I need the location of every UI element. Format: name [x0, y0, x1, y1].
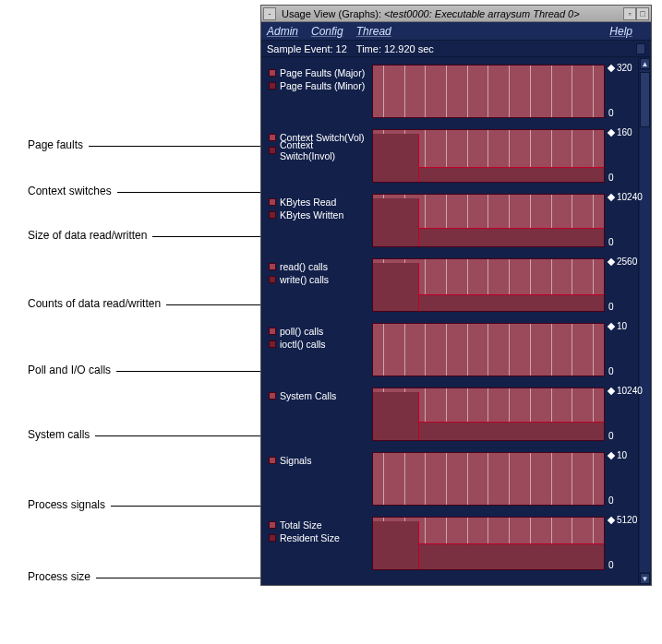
- graph-plot[interactable]: [372, 452, 605, 506]
- legend-swatch-icon: [269, 328, 276, 335]
- panel-legend: poll() callsioctl() calls: [265, 321, 372, 376]
- graphs-area: Page Faults (Major)Page Faults (Minor)32…: [261, 57, 651, 585]
- graph-line: [419, 294, 604, 295]
- scroll-down-icon[interactable]: ▼: [640, 573, 650, 584]
- maximize-button[interactable]: □: [636, 7, 649, 20]
- legend-row: KBytes Read: [269, 196, 368, 209]
- panel-legend: Page Faults (Major)Page Faults (Minor): [265, 63, 372, 118]
- legend-label: KBytes Read: [280, 197, 336, 208]
- scale-max-value: 10240: [617, 386, 643, 396]
- scale-max: 320: [608, 63, 632, 73]
- diamond-icon: [608, 387, 615, 394]
- legend-label: KBytes Written: [280, 209, 343, 221]
- graph-box[interactable]: 100: [372, 321, 638, 376]
- graph-plot[interactable]: [372, 323, 605, 376]
- graph-line: [419, 167, 604, 168]
- graph-fill: [373, 521, 419, 569]
- legend-row: Page Faults (Major): [269, 66, 368, 79]
- graph-line: [419, 543, 604, 544]
- titlebar: - Usage View (Graphs): <test0000: Execut…: [261, 6, 651, 22]
- legend-swatch-icon: [269, 392, 276, 400]
- scroll-thumb[interactable]: [640, 72, 650, 127]
- graph-plot[interactable]: [372, 65, 605, 118]
- graph-plot[interactable]: [372, 517, 605, 570]
- callout-label: Size of data read/written: [28, 229, 260, 242]
- legend-swatch-icon: [269, 211, 276, 219]
- callout-text: Process size: [28, 570, 96, 583]
- diamond-icon: [608, 257, 615, 265]
- graph-plot[interactable]: [372, 129, 605, 183]
- legend-row: Resident Size: [269, 531, 368, 544]
- scroll-track[interactable]: [640, 70, 650, 572]
- graph-box[interactable]: 100: [372, 450, 638, 506]
- diamond-icon: [608, 322, 615, 329]
- status-scroll-knob[interactable]: [636, 43, 645, 54]
- callout-text: Poll and I/O calls: [28, 364, 116, 376]
- graph-panel: KBytes ReadKBytes Written102400: [265, 192, 638, 247]
- legend-row: Total Size: [269, 519, 368, 531]
- scale-max: 10240: [608, 192, 643, 202]
- legend-label: System Calls: [280, 390, 336, 401]
- callout-text: Size of data read/written: [28, 229, 152, 242]
- callout-line: [89, 146, 260, 147]
- legend-swatch-icon: [269, 82, 276, 89]
- minimize-button[interactable]: ▫: [623, 7, 636, 20]
- callout-text: Page faults: [28, 138, 89, 151]
- legend-row: System Calls: [269, 389, 368, 402]
- graph-fill: [373, 263, 419, 311]
- legend-row: write() calls: [269, 273, 368, 286]
- diamond-icon: [608, 193, 615, 200]
- menu-config[interactable]: Config: [311, 25, 343, 38]
- callout-label: Page faults: [28, 138, 260, 151]
- legend-swatch-icon: [269, 276, 276, 283]
- graph-fill: [373, 198, 419, 246]
- diamond-icon: [608, 451, 615, 459]
- menu-help[interactable]: Help: [609, 25, 632, 38]
- menu-admin[interactable]: Admin: [267, 25, 298, 38]
- graph-line: [419, 422, 604, 423]
- scale-max-value: 10: [617, 450, 627, 460]
- legend-swatch-icon: [269, 69, 276, 77]
- graph-box[interactable]: 3200: [372, 63, 638, 118]
- graph-line: [419, 228, 604, 229]
- graph-plot[interactable]: [372, 194, 605, 247]
- scale-min-value: 0: [608, 366, 614, 376]
- menu-thread[interactable]: Thread: [356, 25, 391, 38]
- scale-max: 160: [608, 127, 632, 137]
- graph-panel: Total SizeResident Size51200: [265, 515, 638, 570]
- status-sample: Sample Event: 12: [267, 43, 347, 54]
- legend-label: poll() calls: [280, 326, 323, 337]
- graph-box[interactable]: 25600: [372, 256, 638, 312]
- graph-scale: 25600: [607, 256, 638, 312]
- panel-legend: KBytes ReadKBytes Written: [265, 192, 372, 247]
- graph-box[interactable]: 1600: [372, 127, 638, 183]
- callout-label: Context switches: [28, 185, 260, 197]
- scale-max: 10: [608, 450, 627, 460]
- scale-min-value: 0: [608, 302, 614, 312]
- scroll-up-icon[interactable]: ▲: [640, 58, 650, 69]
- window-menu-button[interactable]: -: [263, 7, 276, 20]
- graph-panel: poll() callsioctl() calls100: [265, 321, 638, 376]
- graph-plot[interactable]: [372, 258, 605, 312]
- graph-plot[interactable]: [372, 388, 605, 441]
- legend-label: Context Switch(Invol): [280, 139, 368, 161]
- graph-panel: Signals100: [265, 450, 638, 506]
- graph-box[interactable]: 102400: [372, 386, 638, 441]
- diamond-icon: [608, 128, 615, 136]
- panel-legend: Total SizeResident Size: [265, 515, 372, 570]
- vertical-scrollbar[interactable]: ▲ ▼: [638, 57, 651, 585]
- graph-gridlines: [373, 324, 604, 376]
- panel-legend: System Calls: [265, 386, 372, 441]
- graph-scale: 51200: [607, 515, 638, 570]
- diamond-icon: [608, 516, 615, 523]
- scale-max-value: 160: [617, 127, 632, 137]
- status-bar: Sample Event: 12 Time: 12.920 sec: [261, 41, 651, 57]
- legend-label: Page Faults (Major): [280, 67, 365, 78]
- graph-box[interactable]: 51200: [372, 515, 638, 570]
- callout-line: [95, 435, 260, 436]
- usage-view-window: - Usage View (Graphs): <test0000: Execut…: [260, 5, 652, 586]
- legend-swatch-icon: [269, 134, 276, 141]
- graph-box[interactable]: 102400: [372, 192, 638, 247]
- scale-min-value: 0: [608, 237, 614, 247]
- scale-max: 10240: [608, 386, 643, 396]
